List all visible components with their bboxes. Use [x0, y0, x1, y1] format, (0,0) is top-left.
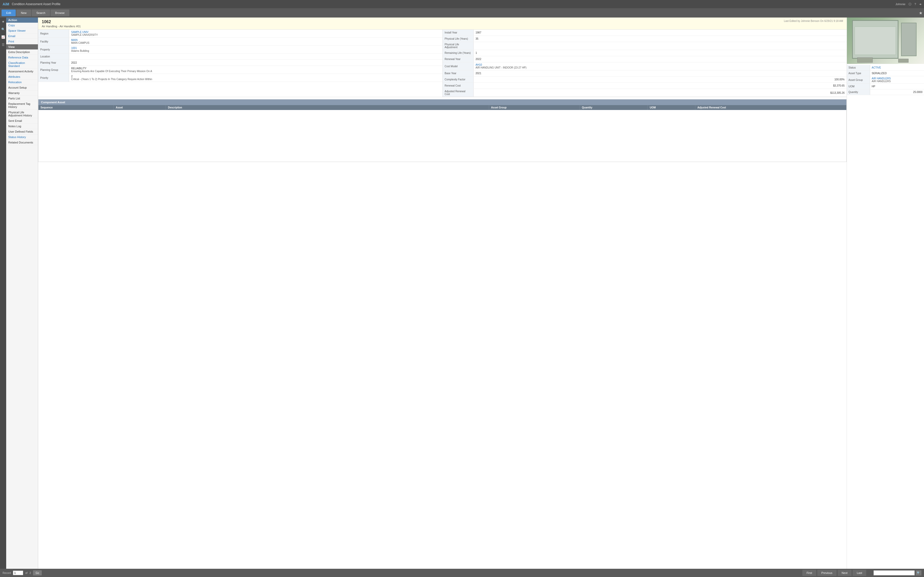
top-bar: AiM Condition Assessment Asset Profile J…: [0, 0, 924, 8]
facility-row: Facility MAIN MAIN CAMPUS: [38, 38, 443, 45]
region-label: Region: [38, 30, 69, 37]
sidebar-view-header[interactable]: View: [6, 44, 38, 50]
remaining-life-label: Remaining Life (Years): [443, 50, 473, 56]
previous-button[interactable]: Previous: [817, 570, 837, 576]
sidebar-item-replacement-tag-history[interactable]: Replacement Tag History: [6, 101, 38, 110]
first-button[interactable]: First: [802, 570, 816, 576]
asset-group-name: AIR HANDLERS: [872, 80, 891, 83]
next-button[interactable]: Next: [838, 570, 852, 576]
app-title: Condition Assessment Asset Profile: [12, 2, 896, 6]
sidebar-item-status-history[interactable]: Status History: [6, 134, 38, 140]
priority-number: 2: [71, 75, 152, 78]
toolbar: Edit New Search Browse ★: [0, 8, 924, 18]
sidebar-item-warranty[interactable]: Warranty: [6, 90, 38, 96]
status-value[interactable]: ACTIVE: [870, 65, 924, 70]
location-value: [69, 53, 443, 60]
col-sequence: Sequence: [39, 105, 114, 110]
quantity-value: 25.0000: [870, 89, 924, 95]
search-nav-icon[interactable]: 🔍: [0, 27, 6, 32]
sidebar-item-parts-list[interactable]: Parts List: [6, 96, 38, 101]
property-value: 1001 Adams Building: [69, 45, 443, 53]
sidebar-item-reference-data[interactable]: Reference Data: [6, 55, 38, 60]
sidebar-item-notes-log[interactable]: Notes Log: [6, 124, 38, 129]
planning-year-label: Planning Year: [38, 60, 69, 66]
base-year-value: 2021: [473, 70, 847, 76]
help-icon[interactable]: ?: [914, 3, 916, 6]
col-asset-group: Asset Group: [489, 105, 580, 110]
info-section: Region SAMPLE UNIV SAMPLE UNIVERSITY Fac…: [38, 30, 846, 97]
region-full-name: SAMPLE UNIVERSITY: [71, 34, 98, 36]
sidebar-item-extra-description[interactable]: Extra Description: [6, 50, 38, 55]
info-icon[interactable]: ⓘ: [908, 2, 911, 6]
component-asset-header: Component Asset: [39, 100, 846, 105]
facility-link[interactable]: MAIN: [71, 39, 89, 42]
sidebar-wrapper: ★ 🔍 📈 ☰ Action Copy Space Viewer Email P…: [0, 18, 38, 569]
asset-group-link[interactable]: AIR HANDLERS: [872, 77, 891, 80]
cost-model-link[interactable]: AH10: [476, 63, 527, 66]
planning-year-value: 2022: [69, 60, 443, 66]
star-nav-icon[interactable]: ★: [0, 19, 6, 24]
sidebar-item-user-defined-fields[interactable]: User Defined Fields: [6, 129, 38, 134]
username: Johnnie: [895, 3, 905, 6]
sidebar-item-account-setup[interactable]: Account Setup: [6, 85, 38, 90]
planning-group-code: RELIABILITY: [71, 67, 152, 70]
sidebar-item-email[interactable]: Email: [6, 34, 38, 39]
uom-label: UOM: [847, 84, 870, 89]
app-logo: AiM: [3, 2, 9, 6]
sidebar-item-sent-email[interactable]: Sent Email: [6, 118, 38, 124]
physical-life-adj-row: Physical Life Adjustment: [443, 42, 847, 50]
search-button[interactable]: Search: [32, 10, 50, 16]
new-button[interactable]: New: [16, 10, 31, 16]
complexity-factor-value: 100.00%: [473, 76, 847, 82]
asset-type-row: Asset Type SERIALIZED: [847, 71, 924, 76]
renewal-year-label: Renewal Year: [443, 56, 473, 62]
sidebar-action-header[interactable]: Action: [6, 18, 38, 23]
facility-label: Facility: [38, 38, 69, 45]
edit-button[interactable]: Edit: [2, 10, 16, 16]
bottom-bar: Record of 2 Go First Previous Next Last …: [0, 569, 924, 577]
planning-group-value: RELIABILITY Ensuring Assets Are Capable …: [69, 66, 443, 74]
logout-icon[interactable]: ➜: [919, 3, 921, 6]
asset-group-label: Asset Group: [847, 76, 870, 84]
chart-nav-icon[interactable]: 📈: [0, 34, 6, 40]
record-last-edited: Last Edited by Johnnie Benson On 6/29/21…: [784, 19, 843, 23]
sidebar-item-related-documents[interactable]: Related Documents: [6, 140, 38, 145]
sidebar-item-physical-life-adj-history[interactable]: Physical Life Adjustment History: [6, 110, 38, 118]
col-uom: UOM: [648, 105, 695, 110]
sidebar-item-space-viewer[interactable]: Space Viewer: [6, 28, 38, 34]
region-link[interactable]: SAMPLE UNIV: [71, 31, 98, 34]
favorite-star-icon[interactable]: ★: [919, 11, 922, 15]
go-button[interactable]: Go: [33, 570, 42, 575]
asset-type-label: Asset Type: [847, 71, 870, 76]
location-label: Location: [38, 53, 69, 60]
sidebar-item-relocation[interactable]: Relocation: [6, 80, 38, 85]
adjusted-renewal-cost-value: $113,305.26: [473, 89, 847, 97]
planning-group-label: Planning Group: [38, 66, 69, 74]
physical-life-row: Physical Life (Years) 35: [443, 36, 847, 42]
menu-nav-icon[interactable]: ☰: [0, 42, 6, 47]
col-asset: Asset: [114, 105, 166, 110]
region-row: Region SAMPLE UNIV SAMPLE UNIVERSITY: [38, 30, 443, 38]
sidebar-item-copy[interactable]: Copy: [6, 23, 38, 28]
sidebar-item-attributes[interactable]: Attributes: [6, 74, 38, 80]
sidebar-item-classification-standard[interactable]: Classification Standard: [6, 60, 38, 69]
property-link[interactable]: 1001: [71, 47, 89, 50]
property-row: Property 1001 Adams Building: [38, 45, 443, 53]
of-label: of: [25, 572, 27, 574]
component-empty-row: [39, 110, 846, 161]
planning-year-row: Planning Year 2022: [38, 60, 443, 66]
record-subtitle: Air Handling - Air Handlers #01: [42, 25, 81, 28]
sidebar-item-print[interactable]: Print: [6, 39, 38, 44]
search-input-bottom[interactable]: [874, 570, 915, 575]
sidebar-item-assessment-activity[interactable]: Assessment Activity: [6, 69, 38, 74]
search-icon-button[interactable]: 🔍: [916, 570, 921, 575]
component-asset-table: Sequence Asset Description Asset Group Q…: [39, 105, 846, 162]
physical-life-value: 35: [473, 36, 847, 42]
browse-button[interactable]: Browse: [50, 10, 69, 16]
info-right: Install Year 1987 Physical Life (Years) …: [443, 30, 847, 97]
top-right-actions: Johnnie ⓘ ? ➜: [895, 2, 921, 6]
record-number-input[interactable]: [13, 571, 23, 575]
last-button[interactable]: Last: [853, 570, 866, 576]
uom-value: HP: [870, 84, 924, 89]
region-value: SAMPLE UNIV SAMPLE UNIVERSITY: [69, 30, 443, 37]
